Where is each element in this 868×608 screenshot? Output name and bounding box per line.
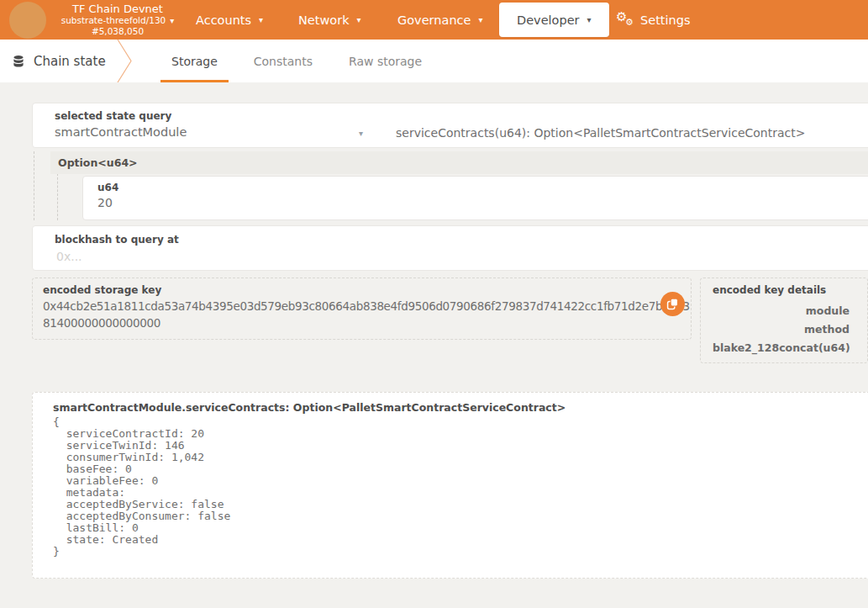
copy-icon [666, 298, 679, 310]
chevron-down-icon: ▾ [259, 16, 263, 24]
encoded-key-value-line2: 81400000000000000 [43, 315, 657, 331]
indent-guide [57, 173, 58, 220]
tabbar: Chain state Storage Constants Raw storag… [0, 40, 868, 82]
detail-method-label: method [713, 320, 867, 339]
section-label: Chain state [34, 54, 106, 69]
nav-settings[interactable]: ⚙ ⚙ Settings [616, 0, 690, 40]
best-block-number: #5,038,050 [57, 26, 178, 37]
chain-name: TF Chain Devnet [57, 3, 178, 15]
encoded-details-label: encoded key details [713, 284, 867, 296]
state-query-card: selected state query smartContractModule… [32, 103, 868, 148]
chevron-down-icon: ▾ [587, 16, 592, 24]
tab-constants[interactable]: Constants [243, 40, 324, 82]
gear-icon: ⚙ ⚙ [616, 12, 634, 29]
encoded-key-details-box: encoded key details module method blake2… [700, 278, 868, 363]
chevron-down-icon: ▾ [357, 16, 361, 24]
chain-logo[interactable] [9, 2, 46, 39]
param-value-input[interactable]: 20 [97, 196, 868, 209]
tab-raw-storage[interactable]: Raw storage [338, 40, 433, 82]
param-input-box: u64 20 [82, 176, 868, 220]
method-select[interactable]: serviceContracts(u64): Option<PalletSmar… [396, 126, 805, 140]
encoded-key-value-line1: 0x44cb2e51a1811cda53a74b4395e03d579eb93c… [43, 298, 657, 315]
query-result-card: smartContractModule.serviceContracts: Op… [32, 392, 868, 579]
nav-governance-label: Governance [397, 13, 471, 27]
detail-hasher-label: blake2_128concat(u64) [713, 339, 867, 357]
nav-developer[interactable]: Developer ▾ [499, 3, 609, 37]
nav-accounts-label: Accounts [196, 13, 251, 27]
nav-governance[interactable]: Governance ▾ [397, 0, 483, 40]
network-selector[interactable]: TF Chain Devnet substrate-threefold/130 … [57, 3, 178, 37]
chevron-down-icon: ▾ [170, 17, 174, 25]
param-type-label: Option<u64> [58, 156, 138, 169]
tab-storage[interactable]: Storage [160, 40, 229, 82]
detail-module-label: module [713, 302, 867, 320]
app-header: TF Chain Devnet substrate-threefold/130 … [0, 0, 868, 40]
result-json: { serviceContractId: 20 serviceTwinId: 1… [53, 416, 868, 558]
encoded-storage-key-box: encoded storage key 0x44cb2e51a1811cda53… [32, 278, 692, 340]
nav-network-label: Network [298, 13, 350, 27]
nav-settings-label: Settings [640, 13, 690, 27]
section-chain-state: Chain state [12, 40, 106, 82]
chevron-down-icon[interactable]: ▾ [359, 129, 363, 138]
encoded-section: encoded storage key 0x44cb2e51a1811cda53… [32, 278, 868, 363]
indent-guide [34, 151, 34, 220]
blockhash-label: blockhash to query at [55, 234, 179, 246]
nav-network[interactable]: Network ▾ [298, 0, 361, 40]
param-name-label: u64 [97, 182, 868, 193]
breadcrumb-chevron [116, 40, 134, 82]
module-select[interactable]: smartContractModule [55, 125, 357, 139]
blockhash-input[interactable] [55, 249, 559, 264]
main-content: selected state query smartContractModule… [0, 82, 868, 579]
tabs: Storage Constants Raw storage [160, 40, 447, 82]
state-query-label: selected state query [55, 110, 171, 122]
chevron-down-icon: ▾ [478, 16, 482, 24]
param-type-banner: Option<u64> [50, 151, 868, 174]
nav-accounts[interactable]: Accounts ▾ [196, 0, 263, 40]
nav-developer-label: Developer [517, 13, 580, 27]
query-params: Option<u64> u64 20 [32, 151, 868, 220]
result-header: smartContractModule.serviceContracts: Op… [53, 401, 868, 414]
database-icon [12, 55, 25, 68]
network-endpoint-label: substrate-threefold/130 [61, 15, 166, 26]
blockhash-card: blockhash to query at [32, 225, 868, 271]
encoded-key-label: encoded storage key [43, 284, 657, 296]
copy-button[interactable] [660, 292, 685, 316]
